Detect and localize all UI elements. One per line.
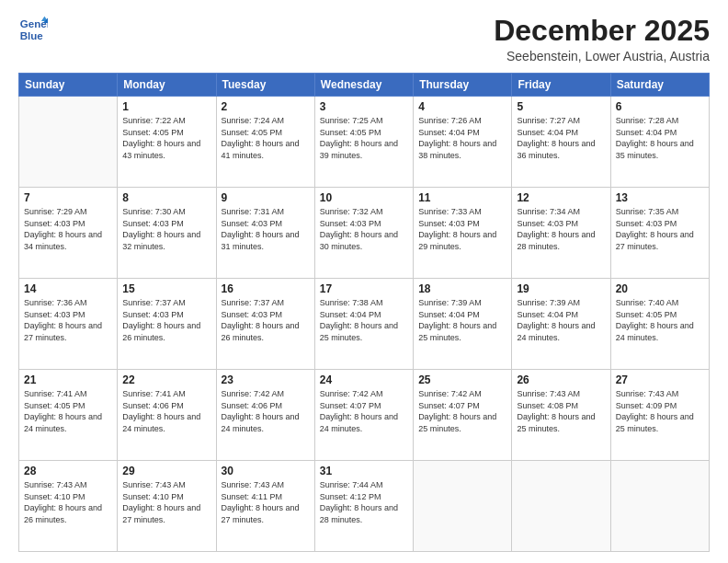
page: General Blue December 2025 Seebenstein, … — [0, 0, 728, 563]
table-row: 18 Sunrise: 7:39 AMSunset: 4:04 PMDaylig… — [414, 279, 512, 370]
day-info: Sunrise: 7:24 AMSunset: 4:05 PMDaylight:… — [222, 115, 310, 161]
table-row: 14 Sunrise: 7:36 AMSunset: 4:03 PMDaylig… — [19, 279, 118, 370]
day-number: 25 — [418, 373, 506, 386]
day-number: 2 — [222, 100, 310, 113]
table-row: 21 Sunrise: 7:41 AMSunset: 4:05 PMDaylig… — [19, 370, 118, 461]
table-row: 23 Sunrise: 7:42 AMSunset: 4:06 PMDaylig… — [216, 370, 314, 461]
day-info: Sunrise: 7:38 AMSunset: 4:04 PMDaylight:… — [320, 297, 408, 343]
day-info: Sunrise: 7:43 AMSunset: 4:10 PMDaylight:… — [24, 479, 112, 525]
day-number: 16 — [222, 282, 310, 295]
day-number: 14 — [24, 282, 112, 295]
day-number: 4 — [418, 100, 506, 113]
day-number: 8 — [122, 191, 210, 204]
day-info: Sunrise: 7:41 AMSunset: 4:06 PMDaylight:… — [122, 388, 210, 434]
day-info: Sunrise: 7:31 AMSunset: 4:03 PMDaylight:… — [222, 206, 310, 252]
table-row: 9 Sunrise: 7:31 AMSunset: 4:03 PMDayligh… — [216, 188, 314, 279]
title-section: December 2025 Seebenstein, Lower Austria… — [494, 15, 710, 63]
day-info: Sunrise: 7:27 AMSunset: 4:04 PMDaylight:… — [517, 115, 605, 161]
day-info: Sunrise: 7:29 AMSunset: 4:03 PMDaylight:… — [24, 206, 112, 252]
day-number: 30 — [222, 465, 310, 477]
table-row: 8 Sunrise: 7:30 AMSunset: 4:03 PMDayligh… — [118, 188, 216, 279]
table-row: 6 Sunrise: 7:28 AMSunset: 4:04 PMDayligh… — [610, 97, 709, 188]
day-number: 23 — [222, 373, 310, 386]
day-number: 5 — [517, 100, 605, 113]
header-sunday: Sunday — [19, 74, 118, 97]
day-info: Sunrise: 7:25 AMSunset: 4:05 PMDaylight:… — [320, 115, 408, 161]
table-row: 7 Sunrise: 7:29 AMSunset: 4:03 PMDayligh… — [19, 188, 118, 279]
day-number: 31 — [320, 465, 408, 477]
day-number: 12 — [517, 191, 605, 204]
day-info: Sunrise: 7:44 AMSunset: 4:12 PMDaylight:… — [320, 479, 408, 525]
day-info: Sunrise: 7:40 AMSunset: 4:05 PMDaylight:… — [616, 297, 704, 343]
table-row: 30 Sunrise: 7:43 AMSunset: 4:11 PMDaylig… — [216, 461, 314, 552]
header-friday: Friday — [512, 74, 610, 97]
day-number: 15 — [122, 282, 210, 295]
day-number: 1 — [122, 100, 210, 113]
header: General Blue December 2025 Seebenstein, … — [18, 15, 710, 63]
table-row: 28 Sunrise: 7:43 AMSunset: 4:10 PMDaylig… — [19, 461, 118, 552]
table-row: 10 Sunrise: 7:32 AMSunset: 4:03 PMDaylig… — [314, 188, 413, 279]
day-number: 18 — [418, 282, 506, 295]
table-row: 11 Sunrise: 7:33 AMSunset: 4:03 PMDaylig… — [414, 188, 512, 279]
table-row: 1 Sunrise: 7:22 AMSunset: 4:05 PMDayligh… — [118, 97, 216, 188]
table-row: 4 Sunrise: 7:26 AMSunset: 4:04 PMDayligh… — [414, 97, 512, 188]
logo: General Blue — [18, 15, 48, 44]
calendar-table: Sunday Monday Tuesday Wednesday Thursday… — [18, 73, 710, 552]
table-row — [414, 461, 512, 552]
table-row: 16 Sunrise: 7:37 AMSunset: 4:03 PMDaylig… — [216, 279, 314, 370]
logo-icon: General Blue — [18, 15, 48, 44]
day-number: 20 — [616, 282, 704, 295]
day-info: Sunrise: 7:28 AMSunset: 4:04 PMDaylight:… — [616, 115, 704, 161]
day-info: Sunrise: 7:42 AMSunset: 4:07 PMDaylight:… — [320, 388, 408, 434]
day-number: 13 — [616, 191, 704, 204]
calendar-header-row: Sunday Monday Tuesday Wednesday Thursday… — [19, 74, 710, 97]
day-info: Sunrise: 7:34 AMSunset: 4:03 PMDaylight:… — [517, 206, 605, 252]
header-tuesday: Tuesday — [216, 74, 314, 97]
table-row — [19, 97, 118, 188]
day-info: Sunrise: 7:36 AMSunset: 4:03 PMDaylight:… — [24, 297, 112, 343]
table-row: 29 Sunrise: 7:43 AMSunset: 4:10 PMDaylig… — [118, 461, 216, 552]
day-info: Sunrise: 7:43 AMSunset: 4:09 PMDaylight:… — [616, 388, 704, 434]
day-number: 26 — [517, 373, 605, 386]
svg-text:Blue: Blue — [20, 30, 44, 41]
table-row: 24 Sunrise: 7:42 AMSunset: 4:07 PMDaylig… — [314, 370, 413, 461]
table-row: 22 Sunrise: 7:41 AMSunset: 4:06 PMDaylig… — [118, 370, 216, 461]
subtitle: Seebenstein, Lower Austria, Austria — [494, 49, 710, 63]
table-row: 15 Sunrise: 7:37 AMSunset: 4:03 PMDaylig… — [118, 279, 216, 370]
header-wednesday: Wednesday — [314, 74, 413, 97]
table-row: 27 Sunrise: 7:43 AMSunset: 4:09 PMDaylig… — [610, 370, 709, 461]
day-number: 7 — [24, 191, 112, 204]
table-row: 3 Sunrise: 7:25 AMSunset: 4:05 PMDayligh… — [314, 97, 413, 188]
day-info: Sunrise: 7:39 AMSunset: 4:04 PMDaylight:… — [418, 297, 506, 343]
table-row — [610, 461, 709, 552]
day-number: 10 — [320, 191, 408, 204]
table-row: 13 Sunrise: 7:35 AMSunset: 4:03 PMDaylig… — [610, 188, 709, 279]
day-info: Sunrise: 7:39 AMSunset: 4:04 PMDaylight:… — [517, 297, 605, 343]
day-info: Sunrise: 7:37 AMSunset: 4:03 PMDaylight:… — [222, 297, 310, 343]
day-info: Sunrise: 7:43 AMSunset: 4:10 PMDaylight:… — [122, 479, 210, 525]
table-row: 12 Sunrise: 7:34 AMSunset: 4:03 PMDaylig… — [512, 188, 610, 279]
day-number: 27 — [616, 373, 704, 386]
header-saturday: Saturday — [610, 74, 709, 97]
day-info: Sunrise: 7:42 AMSunset: 4:07 PMDaylight:… — [418, 388, 506, 434]
day-number: 21 — [24, 373, 112, 386]
header-thursday: Thursday — [414, 74, 512, 97]
day-number: 6 — [616, 100, 704, 113]
day-info: Sunrise: 7:30 AMSunset: 4:03 PMDaylight:… — [122, 206, 210, 252]
day-info: Sunrise: 7:42 AMSunset: 4:06 PMDaylight:… — [222, 388, 310, 434]
table-row — [512, 461, 610, 552]
day-info: Sunrise: 7:22 AMSunset: 4:05 PMDaylight:… — [122, 115, 210, 161]
day-number: 17 — [320, 282, 408, 295]
header-monday: Monday — [118, 74, 216, 97]
table-row: 26 Sunrise: 7:43 AMSunset: 4:08 PMDaylig… — [512, 370, 610, 461]
table-row: 2 Sunrise: 7:24 AMSunset: 4:05 PMDayligh… — [216, 97, 314, 188]
day-info: Sunrise: 7:43 AMSunset: 4:11 PMDaylight:… — [222, 479, 310, 525]
day-info: Sunrise: 7:41 AMSunset: 4:05 PMDaylight:… — [24, 388, 112, 434]
table-row: 31 Sunrise: 7:44 AMSunset: 4:12 PMDaylig… — [314, 461, 413, 552]
day-number: 11 — [418, 191, 506, 204]
day-info: Sunrise: 7:37 AMSunset: 4:03 PMDaylight:… — [122, 297, 210, 343]
day-number: 24 — [320, 373, 408, 386]
table-row: 17 Sunrise: 7:38 AMSunset: 4:04 PMDaylig… — [314, 279, 413, 370]
day-number: 3 — [320, 100, 408, 113]
table-row: 20 Sunrise: 7:40 AMSunset: 4:05 PMDaylig… — [610, 279, 709, 370]
